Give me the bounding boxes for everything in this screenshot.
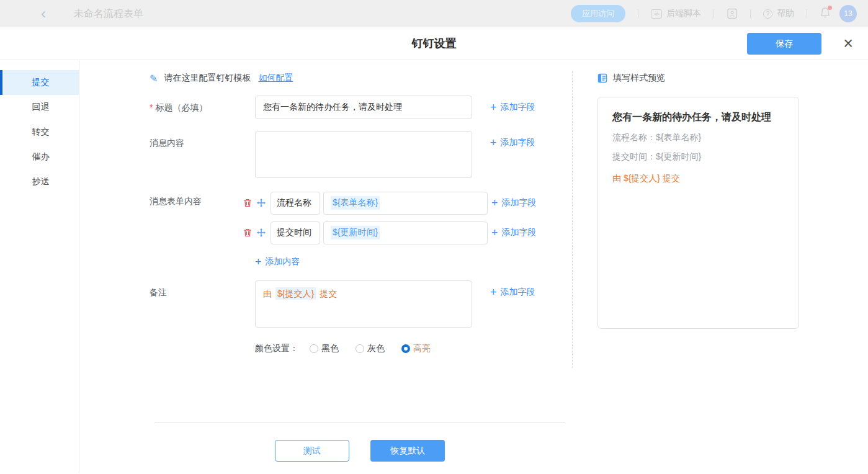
divider <box>807 9 807 18</box>
app-topbar: ‹ 未命名流程表单 应用访问 </> 后端脚本 ? 帮助 <box>0 0 868 27</box>
dialog-body: 提交 回退 转交 催办 抄送 ✎ 请在这里配置钉钉模板 如何配置 *标题（必填）… <box>0 60 868 473</box>
form-content-item: ${更新时间} + 添加字段 <box>243 221 537 244</box>
add-field-link[interactable]: + 添加字段 <box>490 280 535 304</box>
form-row-message: 消息内容 + 添加字段 <box>150 131 572 178</box>
topbar-actions: 应用访问 </> 后端脚本 ? 帮助 13 <box>571 5 868 22</box>
title-input[interactable] <box>255 96 472 119</box>
radio-icon <box>310 344 318 353</box>
form-content-items: ${表单名称} + 添加字段 <box>243 191 537 271</box>
divider <box>750 9 751 18</box>
message-textarea[interactable] <box>255 131 472 178</box>
document-icon <box>597 73 607 83</box>
preview-card-title: 您有一条新的待办任务，请及时处理 <box>612 110 784 124</box>
backend-script-button[interactable]: </> 后端脚本 <box>651 8 701 19</box>
token-chip: ${表单名称} <box>331 196 380 210</box>
field-token-input[interactable]: ${更新时间} <box>323 221 488 244</box>
token-chip: ${提交人} <box>275 287 316 300</box>
backend-script-label: 后端脚本 <box>666 8 701 19</box>
remark-textarea[interactable]: 由${提交人}提交 <box>255 280 472 328</box>
avatar[interactable]: 13 <box>839 5 857 22</box>
notifications-button[interactable] <box>820 7 831 21</box>
app-access-button[interactable]: 应用访问 <box>571 5 625 22</box>
code-icon: </> <box>651 9 662 19</box>
message-label: 消息内容 <box>150 131 243 149</box>
delete-icon[interactable] <box>243 198 253 208</box>
plus-icon: + <box>255 257 262 267</box>
question-icon: ? <box>763 9 772 19</box>
delete-icon[interactable] <box>243 228 253 238</box>
move-icon[interactable] <box>256 198 266 208</box>
plus-icon: + <box>490 102 497 112</box>
how-to-configure-link[interactable]: 如何配置 <box>258 73 293 84</box>
field-key-input[interactable] <box>271 221 320 244</box>
add-field-link[interactable]: + 添加字段 <box>490 96 535 119</box>
help-label: 帮助 <box>777 8 794 19</box>
flow-form-title: 未命名流程表单 <box>74 7 143 20</box>
plus-icon: + <box>491 228 498 238</box>
edit-icon: ✎ <box>150 73 158 84</box>
dialog-title: 钉钉设置 <box>0 36 868 51</box>
form-row-color: 颜色设置： 黑色 灰色 高亮 <box>255 340 572 357</box>
preview-panel: 填写样式预览 您有一条新的待办任务，请及时处理 流程名称：${表单名称} 提交时… <box>572 60 868 473</box>
config-hint: ✎ 请在这里配置钉钉模板 如何配置 <box>150 69 572 87</box>
form-content-label: 消息表单内容 <box>150 191 243 207</box>
form-row-remark: 备注 由${提交人}提交 + 添加字段 <box>150 280 572 328</box>
sidebar-item-return[interactable]: 回退 <box>0 95 79 120</box>
sidebar-item-transfer[interactable]: 转交 <box>0 120 79 145</box>
add-field-link[interactable]: + 添加字段 <box>491 191 537 215</box>
preview-footer: 由 ${提交人} 提交 <box>612 173 784 184</box>
sidebar-item-urge[interactable]: 催办 <box>0 145 79 169</box>
preview-header: 填写样式预览 <box>597 73 868 84</box>
radio-gray[interactable]: 灰色 <box>356 343 385 354</box>
add-field-link[interactable]: + 添加字段 <box>491 221 537 244</box>
back-icon[interactable]: ‹ <box>41 7 46 20</box>
sidebar-item-cc[interactable]: 抄送 <box>0 169 79 194</box>
plus-icon: + <box>490 287 497 297</box>
add-field-link[interactable]: + 添加字段 <box>490 131 535 154</box>
preview-line-submit-time: 提交时间：${更新时间} <box>612 151 784 163</box>
divider <box>714 9 714 18</box>
template-form: ✎ 请在这里配置钉钉模板 如何配置 *标题（必填） + 添加字段 消息内容 <box>79 60 572 473</box>
radio-checked-icon <box>401 344 410 353</box>
close-icon[interactable]: × <box>843 35 853 52</box>
contact-card-icon <box>727 8 738 19</box>
test-button[interactable]: 测试 <box>275 440 349 462</box>
form-row-form-content: 消息表单内容 ${表单名称} <box>150 191 572 271</box>
settings-sidebar: 提交 回退 转交 催办 抄送 <box>0 60 79 473</box>
dingtalk-settings-dialog: 钉钉设置 保存 × 提交 回退 转交 催办 抄送 ✎ 请在这里配置钉钉模板 如何… <box>0 27 868 474</box>
save-button[interactable]: 保存 <box>747 33 821 55</box>
add-content-link[interactable]: + 添加内容 <box>255 253 323 271</box>
form-row-title: *标题（必填） + 添加字段 <box>150 96 572 119</box>
contacts-button[interactable] <box>727 8 738 19</box>
plus-icon: + <box>490 138 497 148</box>
divider <box>638 9 638 18</box>
radio-icon <box>356 344 364 353</box>
dialog-header: 钉钉设置 保存 × <box>0 27 868 60</box>
bottom-actions: 测试 恢复默认 <box>154 422 565 462</box>
required-mark: * <box>150 102 153 112</box>
color-setting-label: 颜色设置： <box>255 343 298 354</box>
title-label: *标题（必填） <box>150 96 243 119</box>
field-token-input[interactable]: ${表单名称} <box>323 192 488 215</box>
radio-black[interactable]: 黑色 <box>310 343 339 354</box>
remark-suffix: 提交 <box>320 288 337 298</box>
preview-line-flow-name: 流程名称：${表单名称} <box>612 132 784 143</box>
notification-dot <box>828 6 832 10</box>
config-hint-text: 请在这里配置钉钉模板 <box>164 73 251 84</box>
radio-highlight[interactable]: 高亮 <box>401 343 431 354</box>
move-icon[interactable] <box>256 228 266 238</box>
form-content-item: ${表单名称} + 添加字段 <box>243 191 537 215</box>
preview-title: 填写样式预览 <box>613 73 665 84</box>
help-button[interactable]: ? 帮助 <box>763 8 794 19</box>
preview-card: 您有一条新的待办任务，请及时处理 流程名称：${表单名称} 提交时间：${更新时… <box>597 97 799 329</box>
field-key-input[interactable] <box>271 192 320 215</box>
restore-default-button[interactable]: 恢复默认 <box>370 440 445 462</box>
remark-label: 备注 <box>150 280 243 298</box>
plus-icon: + <box>491 198 498 208</box>
remark-prefix: 由 <box>263 288 272 298</box>
token-chip: ${更新时间} <box>331 226 380 239</box>
sidebar-item-submit[interactable]: 提交 <box>0 70 79 95</box>
